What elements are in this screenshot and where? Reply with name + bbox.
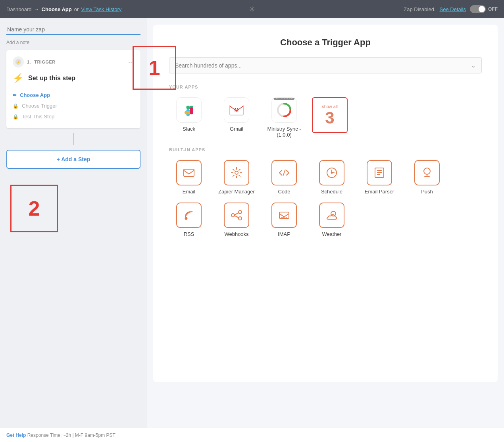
svg-text:⚡: ⚡ bbox=[16, 60, 21, 65]
svg-point-23 bbox=[331, 172, 333, 174]
app-item-email-parser[interactable]: Email Parser bbox=[360, 160, 399, 195]
app-item-push[interactable]: Push bbox=[407, 160, 447, 195]
app-item-email[interactable]: Email bbox=[169, 160, 209, 195]
email-parser-name: Email Parser bbox=[365, 189, 394, 195]
toggle-label: OFF bbox=[488, 6, 498, 12]
app-search-input[interactable] bbox=[175, 62, 471, 69]
svg-point-33 bbox=[239, 210, 242, 214]
step-test-label: Test This Step bbox=[22, 114, 54, 120]
by-invite-badge: BY INVITE bbox=[273, 97, 294, 100]
imap-name: IMAP bbox=[278, 231, 290, 237]
step-choose-trigger: 🔒 Choose Trigger bbox=[13, 100, 134, 111]
step-list: ✏ Choose App 🔒 Choose Trigger 🔒 Test Thi… bbox=[13, 90, 134, 122]
search-chevron-icon: ⌄ bbox=[471, 62, 476, 69]
dashboard-link[interactable]: Dashboard bbox=[6, 6, 32, 12]
show-all-item[interactable]: show all 3 bbox=[312, 97, 348, 138]
rss-icon bbox=[176, 203, 202, 228]
schedule-icon bbox=[319, 160, 344, 185]
app-item-rss[interactable]: RSS bbox=[169, 203, 209, 237]
top-nav: Dashboard → Choose App or View Task Hist… bbox=[0, 0, 504, 18]
breadcrumb: Dashboard → Choose App or View Task Hist… bbox=[6, 6, 121, 12]
step-choose-app-label: Choose App bbox=[20, 92, 50, 98]
svg-line-15 bbox=[233, 169, 234, 170]
step-test: 🔒 Test This Step bbox=[13, 111, 134, 122]
slack-name: Slack bbox=[183, 126, 195, 132]
show-all-box[interactable]: show all 3 bbox=[312, 97, 348, 133]
app-item-imap[interactable]: IMAP IMAP bbox=[264, 203, 304, 237]
webhooks-name: Webhooks bbox=[224, 231, 248, 237]
breadcrumb-arrow: → bbox=[34, 6, 39, 12]
trigger-number: 1. bbox=[27, 60, 31, 64]
add-note-link[interactable]: Add a note bbox=[6, 40, 140, 45]
svg-line-36 bbox=[235, 216, 239, 218]
toggle-track[interactable] bbox=[470, 5, 486, 13]
email-name: Email bbox=[183, 189, 196, 195]
annotation-2: 2 bbox=[10, 185, 58, 232]
trigger-options-button[interactable]: ··· bbox=[128, 58, 134, 66]
svg-line-17 bbox=[239, 169, 240, 170]
page-title: Choose a Trigger App bbox=[169, 37, 482, 48]
content-panel: Choose a Trigger App ⌄ YOUR APPS bbox=[153, 25, 498, 382]
trigger-header: ⚡ 1. TRIGGER ··· bbox=[13, 56, 134, 68]
email-icon bbox=[176, 160, 202, 185]
add-step-button[interactable]: + Add a Step bbox=[6, 150, 140, 169]
app-item-weather[interactable]: Weather bbox=[312, 203, 352, 237]
svg-rect-9 bbox=[184, 169, 194, 176]
pencil-icon: ✏ bbox=[13, 93, 17, 98]
weather-icon bbox=[319, 203, 344, 228]
gmail-icon: M bbox=[224, 97, 249, 123]
status-bar: Get Help Response Time: ~2h | M-F 9am-5p… bbox=[0, 428, 504, 442]
svg-line-18 bbox=[233, 175, 234, 176]
search-bar[interactable]: ⌄ bbox=[169, 57, 482, 73]
connector-line bbox=[73, 133, 74, 145]
app-item-slack[interactable]: Slack bbox=[169, 97, 209, 138]
setup-row: ⚡ Set up this step bbox=[13, 73, 134, 83]
get-help-link[interactable]: Get Help bbox=[6, 432, 26, 438]
svg-point-32 bbox=[231, 214, 235, 217]
your-apps-grid: Slack bbox=[169, 97, 482, 138]
gmail-name: Gmail bbox=[230, 126, 243, 132]
svg-text:M: M bbox=[235, 107, 239, 113]
or-label: or bbox=[74, 6, 79, 12]
weather-name: Weather bbox=[322, 231, 342, 237]
app-item-gmail[interactable]: M Gmail bbox=[217, 97, 256, 138]
view-task-history-link[interactable]: View Task History bbox=[81, 6, 121, 12]
main-content: Choose a Trigger App ⌄ YOUR APPS bbox=[147, 18, 504, 428]
app-item-code[interactable]: Code bbox=[264, 160, 304, 195]
step-choose-app[interactable]: ✏ Choose App bbox=[13, 90, 134, 100]
main-layout: Add a note ⚡ 1. TRIGGER ··· ⚡ Set up thi… bbox=[0, 18, 504, 428]
ministry-icon: BY INVITE bbox=[271, 97, 297, 123]
zap-name-input[interactable] bbox=[6, 25, 140, 35]
svg-text:IMAP: IMAP bbox=[281, 217, 287, 219]
email-parser-icon bbox=[367, 160, 392, 185]
app-item-webhooks[interactable]: Webhooks bbox=[217, 203, 256, 237]
toggle-knob bbox=[479, 6, 485, 12]
see-details-link[interactable]: See Details bbox=[440, 6, 466, 12]
code-name: Code bbox=[278, 189, 290, 195]
push-icon bbox=[414, 160, 440, 185]
sidebar: Add a note ⚡ 1. TRIGGER ··· ⚡ Set up thi… bbox=[0, 18, 147, 428]
app-item-schedule[interactable]: Schedule bbox=[312, 160, 352, 195]
your-apps-label: YOUR APPS bbox=[169, 85, 482, 89]
step-choose-trigger-label: Choose Trigger bbox=[22, 103, 57, 109]
zapier-logo-icon: ✳ bbox=[249, 5, 256, 14]
svg-point-28 bbox=[424, 168, 430, 174]
lock-icon-1: 🔒 bbox=[13, 103, 19, 109]
lock-icon-2: 🔒 bbox=[13, 114, 19, 120]
svg-point-31 bbox=[185, 218, 187, 220]
slack-icon bbox=[176, 97, 202, 123]
app-item-zapier-manager[interactable]: Zapier Manager bbox=[217, 160, 256, 195]
svg-line-16 bbox=[239, 175, 240, 176]
connector bbox=[6, 133, 140, 145]
zap-toggle[interactable]: OFF bbox=[470, 5, 498, 13]
svg-rect-4 bbox=[190, 107, 193, 114]
app-item-ministry[interactable]: BY INVITE Ministry Sync - (1.0.0) bbox=[264, 97, 304, 138]
svg-point-34 bbox=[239, 217, 242, 220]
built-in-apps-grid: Email bbox=[169, 160, 482, 237]
rss-name: RSS bbox=[184, 231, 194, 237]
trigger-label: ⚡ 1. TRIGGER bbox=[13, 56, 56, 68]
nav-center: ✳ bbox=[249, 4, 256, 14]
bolt-icon: ⚡ bbox=[13, 73, 23, 83]
zap-disabled-label: Zap Disabled. bbox=[404, 6, 435, 12]
trigger-icon: ⚡ bbox=[13, 56, 24, 68]
